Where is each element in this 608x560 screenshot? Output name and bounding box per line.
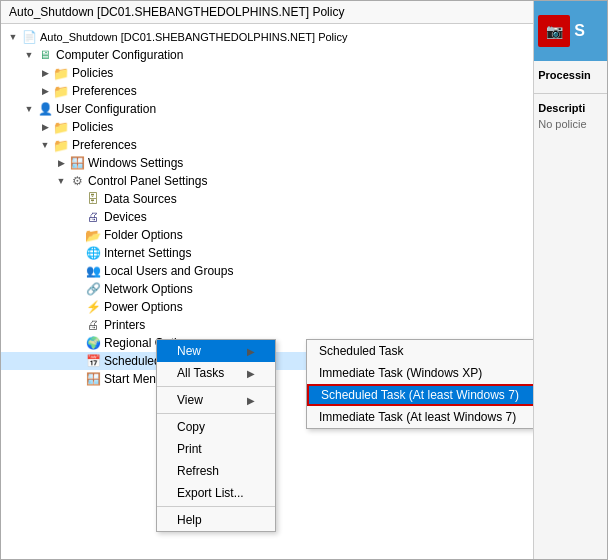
right-panel-icon: 📷 <box>538 15 570 47</box>
description-text: No policie <box>538 118 603 130</box>
tree-item-preferences-uc[interactable]: ▼ 📁 Preferences <box>1 136 533 154</box>
submenu-item-scheduled-win7[interactable]: Scheduled Task (At least Windows 7) <box>307 384 534 406</box>
context-menu-help-label: Help <box>177 513 202 527</box>
pr-icon: 🖨 <box>85 317 101 333</box>
context-menu-all-tasks-label: All Tasks <box>177 366 224 380</box>
context-menu-sep1 <box>157 386 275 387</box>
right-panel-processing: Processin <box>534 61 607 93</box>
preferences-cc-label: Preferences <box>72 84 137 98</box>
dev-label: Devices <box>104 210 147 224</box>
expand-icon-pcc: ▶ <box>37 65 53 81</box>
tree-item-folder-options[interactable]: 📂 Folder Options <box>1 226 533 244</box>
context-menu-refresh-label: Refresh <box>177 464 219 478</box>
is-label: Internet Settings <box>104 246 191 260</box>
submenu-item-immediate-win7[interactable]: Immediate Task (At least Windows 7) <box>307 406 534 428</box>
lu-label: Local Users and Groups <box>104 264 233 278</box>
context-menu: New ▶ All Tasks ▶ View ▶ Copy Print <box>156 339 276 532</box>
expand-icon-ds <box>69 191 85 207</box>
tree-item-policies-uc[interactable]: ▶ 📁 Policies <box>1 118 533 136</box>
tree-item-network-options[interactable]: 🔗 Network Options <box>1 280 533 298</box>
ws-icon: 🪟 <box>69 155 85 171</box>
tree-item-local-users[interactable]: 👥 Local Users and Groups <box>1 262 533 280</box>
title-bar: Auto_Shutdown [DC01.SHEBANGTHEDOLPHINS.N… <box>1 1 533 24</box>
tree-item-power-options[interactable]: ⚡ Power Options <box>1 298 533 316</box>
context-menu-sep2 <box>157 413 275 414</box>
tree-item-data-sources[interactable]: 🗄 Data Sources <box>1 190 533 208</box>
root-icon: 📄 <box>21 29 37 45</box>
view-submenu-arrow: ▶ <box>247 395 255 406</box>
context-menu-export-label: Export List... <box>177 486 244 500</box>
policies-uc-label: Policies <box>72 120 113 134</box>
expand-icon-ro <box>69 335 85 351</box>
expand-icon-st <box>69 353 85 369</box>
tree-item-policies-cc[interactable]: ▶ 📁 Policies <box>1 64 533 82</box>
processing-header: Processin <box>538 69 603 81</box>
tree-item-root[interactable]: ▼ 📄 Auto_Shutdown [DC01.SHEBANGTHEDOLPHI… <box>1 28 533 46</box>
expand-icon-lu <box>69 263 85 279</box>
expand-icon-cc: ▼ <box>21 47 37 63</box>
context-menu-copy-label: Copy <box>177 420 205 434</box>
tree-item-preferences-cc[interactable]: ▶ 📁 Preferences <box>1 82 533 100</box>
expand-icon-uc: ▼ <box>21 101 37 117</box>
fo-label: Folder Options <box>104 228 183 242</box>
context-menu-item-copy[interactable]: Copy <box>157 416 275 438</box>
expand-icon-pr <box>69 317 85 333</box>
submenu-scheduled-task-label: Scheduled Task <box>319 344 404 358</box>
policies-cc-label: Policies <box>72 66 113 80</box>
cp-label: Control Panel Settings <box>88 174 207 188</box>
tree-item-windows-settings[interactable]: ▶ 🪟 Windows Settings <box>1 154 533 172</box>
expand-icon-prcc: ▶ <box>37 83 53 99</box>
right-panel: 📷 S Processin Descripti No policie <box>534 1 607 559</box>
context-menu-item-help[interactable]: Help <box>157 509 275 531</box>
tree-item-printers[interactable]: 🖨 Printers <box>1 316 533 334</box>
uc-icon: 👤 <box>37 101 53 117</box>
context-menu-item-new[interactable]: New ▶ <box>157 340 275 362</box>
context-menu-item-view[interactable]: View ▶ <box>157 389 275 411</box>
expand-icon-sm <box>69 371 85 387</box>
tree-content: ▼ 📄 Auto_Shutdown [DC01.SHEBANGTHEDOLPHI… <box>1 24 533 392</box>
policies-cc-icon: 📁 <box>53 65 69 81</box>
right-panel-header: 📷 S <box>534 1 607 61</box>
context-menu-view-label: View <box>177 393 203 407</box>
context-menu-item-all-tasks[interactable]: All Tasks ▶ <box>157 362 275 384</box>
submenu-immediate-xp-label: Immediate Task (Windows XP) <box>319 366 482 380</box>
context-menu-item-print[interactable]: Print <box>157 438 275 460</box>
ws-label: Windows Settings <box>88 156 183 170</box>
preferences-uc-label: Preferences <box>72 138 137 152</box>
sm-label: Start Menu <box>104 372 163 386</box>
tree-item-devices[interactable]: 🖨 Devices <box>1 208 533 226</box>
ds-icon: 🗄 <box>85 191 101 207</box>
new-submenu-arrow: ▶ <box>247 346 255 357</box>
expand-icon-dev <box>69 209 85 225</box>
tree-item-user-config[interactable]: ▼ 👤 User Configuration <box>1 100 533 118</box>
cc-label: Computer Configuration <box>56 48 183 62</box>
tree-item-internet-settings[interactable]: 🌐 Internet Settings <box>1 244 533 262</box>
submenu-item-immediate-xp[interactable]: Immediate Task (Windows XP) <box>307 362 534 384</box>
po-icon: ⚡ <box>85 299 101 315</box>
root-label: Auto_Shutdown [DC01.SHEBANGTHEDOLPHINS.N… <box>40 31 348 43</box>
context-menu-item-refresh[interactable]: Refresh <box>157 460 275 482</box>
title-bar-text: Auto_Shutdown [DC01.SHEBANGTHEDOLPHINS.N… <box>9 5 344 19</box>
ro-icon: 🌍 <box>85 335 101 351</box>
camera-icon: 📷 <box>546 23 563 39</box>
lu-icon: 👥 <box>85 263 101 279</box>
expand-icon-cp: ▼ <box>53 173 69 189</box>
preferences-cc-icon: 📁 <box>53 83 69 99</box>
fo-icon: 📂 <box>85 227 101 243</box>
tree-item-computer-config[interactable]: ▼ 🖥 Computer Configuration <box>1 46 533 64</box>
ds-label: Data Sources <box>104 192 177 206</box>
sm-icon: 🪟 <box>85 371 101 387</box>
expand-icon-is <box>69 245 85 261</box>
tree-item-control-panel[interactable]: ▼ ⚙ Control Panel Settings <box>1 172 533 190</box>
context-menu-item-export[interactable]: Export List... <box>157 482 275 504</box>
submenu-item-scheduled-task[interactable]: Scheduled Task <box>307 340 534 362</box>
pr-label: Printers <box>104 318 145 332</box>
submenu-scheduled-win7-label: Scheduled Task (At least Windows 7) <box>321 388 519 402</box>
right-panel-description: Descripti No policie <box>534 94 607 138</box>
expand-icon-no <box>69 281 85 297</box>
policies-uc-icon: 📁 <box>53 119 69 135</box>
expand-icon-puc: ▶ <box>37 119 53 135</box>
expand-icon-fo <box>69 227 85 243</box>
no-label: Network Options <box>104 282 193 296</box>
context-menu-new-label: New <box>177 344 201 358</box>
